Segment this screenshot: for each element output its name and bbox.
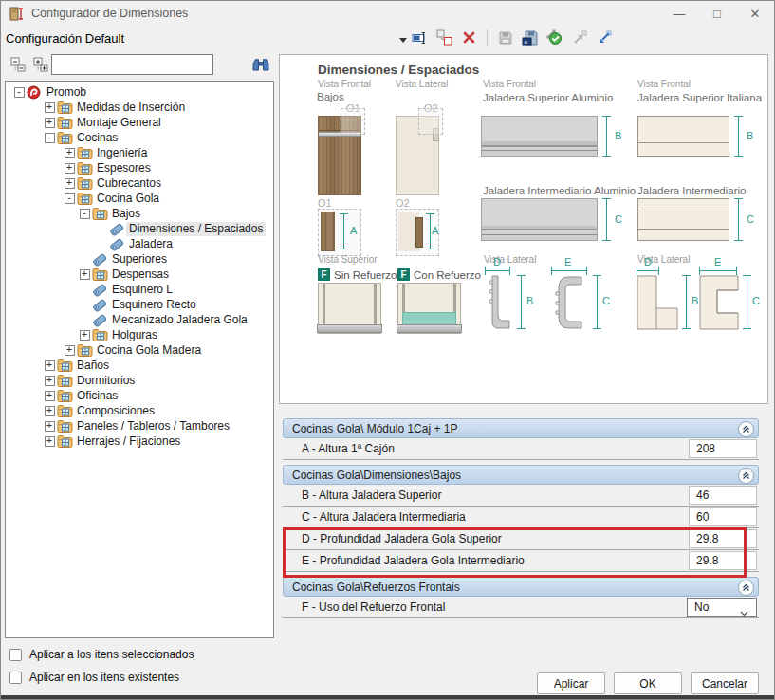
tree-item-ingenier-a[interactable]: +Ingeniería <box>6 145 273 160</box>
apply-existing-checkbox[interactable] <box>9 672 22 684</box>
expand-node-icon[interactable]: + <box>62 145 77 160</box>
tree-item-promob[interactable]: -Promob <box>6 84 273 100</box>
o2-detail-label: O2 <box>396 197 410 209</box>
collapse-section-icon[interactable] <box>738 421 754 437</box>
tree-item-bajos[interactable]: -Bajos <box>6 206 273 221</box>
tree-item-composiciones[interactable]: +Composiciones <box>6 403 273 418</box>
expand-node-icon[interactable]: + <box>42 100 57 115</box>
tree-item-superiores[interactable]: Superiores <box>6 251 273 267</box>
cancel-button[interactable]: Cancelar <box>691 672 759 694</box>
apply-selected-checkbox[interactable] <box>9 649 22 661</box>
ok-button[interactable]: OK <box>614 672 682 694</box>
table-section: Cocinas Gola\Refuerzos FrontaisF - Uso d… <box>283 577 759 618</box>
table-row: B - Altura Jaladera Superior46 <box>283 485 759 507</box>
tree-item-herrajes-fijaciones[interactable]: +Herrajes / Fijaciones <box>6 433 273 449</box>
jaladera-int-alu-image <box>481 198 598 241</box>
tree-item-ba-os[interactable]: +Baños <box>6 358 273 373</box>
expand-node-icon[interactable]: + <box>42 403 57 418</box>
tree-item-cocina-gola-madera[interactable]: +Cocina Gola Madera <box>6 342 273 358</box>
tree-item-dimensiones-espaciados[interactable]: Dimensiones / Espaciados <box>6 221 273 236</box>
parameter-value-field[interactable]: 60 <box>689 507 757 526</box>
parameter-value-field[interactable]: 46 <box>689 486 757 505</box>
f-badge: F <box>397 268 410 281</box>
expand-all-icon[interactable] <box>31 55 50 74</box>
tree-item-medidas-de-inserci-n[interactable]: +Medidas de Inserción <box>6 100 273 115</box>
tree-item-esquinero-recto[interactable]: Esquinero Recto <box>6 297 273 312</box>
expand-node-icon[interactable]: + <box>42 358 57 373</box>
refuerzo-frontal-select[interactable]: No <box>687 598 757 617</box>
expand-node-icon[interactable]: + <box>42 433 57 449</box>
expand-node-icon[interactable]: + <box>42 373 57 388</box>
tree-item-espesores[interactable]: +Espesores <box>6 160 273 175</box>
tree-indent <box>94 221 109 236</box>
collapse-node-icon[interactable]: - <box>11 84 27 100</box>
combo-dropdown-icon[interactable] <box>399 38 407 43</box>
ita-profile-e-image <box>699 275 739 334</box>
apply-button[interactable]: Aplicar <box>537 672 605 694</box>
expand-node-icon[interactable]: + <box>62 175 77 191</box>
expand-node-icon[interactable]: + <box>62 342 77 358</box>
collapse-all-icon[interactable] <box>9 55 28 74</box>
o1-detail-label: O1 <box>318 197 332 209</box>
tree-item-cocina-gola[interactable]: -Cocina Gola <box>6 191 273 206</box>
tree-item-label: Dimensiones / Espaciados <box>126 222 266 236</box>
sin-refuerzo-image <box>318 283 381 334</box>
close-button[interactable]: ✕ <box>736 1 774 27</box>
expand-node-icon[interactable]: + <box>42 115 57 130</box>
link-in-icon[interactable] <box>595 28 613 46</box>
expand-node-icon[interactable]: + <box>77 327 92 342</box>
expand-node-icon[interactable]: + <box>42 418 57 433</box>
expand-node-icon[interactable]: + <box>62 160 77 175</box>
collapse-node-icon[interactable]: - <box>62 191 77 206</box>
section-header: Cocinas Gola\ Módulo 1Caj + 1P <box>283 418 759 438</box>
app-icon <box>9 7 25 21</box>
delete-configuration-icon[interactable] <box>460 28 478 46</box>
folder-icon <box>77 192 94 206</box>
tree-item-esquinero-l[interactable]: Esquinero L <box>6 282 273 297</box>
view-label: Vista Frontal <box>483 79 536 89</box>
folder-icon <box>57 131 74 145</box>
folder-icon <box>77 161 94 175</box>
folder-icon <box>77 176 94 191</box>
maximize-button[interactable]: □ <box>698 1 736 27</box>
tree-item-oficinas[interactable]: +Oficinas <box>6 388 273 403</box>
binoculars-icon[interactable] <box>249 55 272 74</box>
collapse-node-icon[interactable]: - <box>42 130 57 145</box>
tree-item-despensas[interactable]: +Despensas <box>6 267 273 282</box>
window-bottom-edge <box>1 695 774 699</box>
tag-icon <box>109 222 126 236</box>
apply-check-gear-icon[interactable] <box>545 28 563 46</box>
table-row: E - Profundidad Jaladera Gola Intermedia… <box>283 550 759 572</box>
collapse-section-icon[interactable] <box>738 580 754 596</box>
tree-item-cubrecantos[interactable]: +Cubrecantos <box>6 175 273 191</box>
parameter-value-field[interactable]: 29.8 <box>689 529 757 548</box>
o2-detail-box: A <box>396 209 439 256</box>
folder-icon <box>77 146 94 160</box>
expand-node-icon[interactable]: + <box>77 267 92 282</box>
preview-panel: Dimensiones / Espaciados Vista Frontal B… <box>279 54 768 404</box>
save-database-icon[interactable]: a <box>521 28 539 46</box>
copy-configuration-icon[interactable] <box>435 28 453 46</box>
tree-item-dormitorios[interactable]: +Dormitorios <box>6 373 273 388</box>
configuration-tree: -Promob+Medidas de Inserción+Montaje Gen… <box>5 81 274 638</box>
folder-icon <box>92 267 109 282</box>
minimize-button[interactable]: — <box>660 1 698 27</box>
folder-icon <box>57 434 74 449</box>
tree-search-input[interactable] <box>51 54 213 75</box>
tree-item-cocinas[interactable]: -Cocinas <box>6 130 273 145</box>
tree-item-holguras[interactable]: +Holguras <box>6 327 273 342</box>
toolbar: Configuración Default a <box>1 27 774 51</box>
tree-item-montaje-general[interactable]: +Montaje General <box>6 115 273 130</box>
configuration-combo[interactable]: Configuración Default <box>6 31 124 46</box>
edit-configuration-icon[interactable] <box>411 28 429 46</box>
expand-node-icon[interactable]: + <box>42 388 57 403</box>
parameter-value-field[interactable]: 208 <box>689 439 757 458</box>
collapse-node-icon[interactable]: - <box>77 206 92 221</box>
jaladera-sup-ita-image <box>637 116 729 157</box>
tree-item-paneles-tableros-tambores[interactable]: +Paneles / Tableros / Tambores <box>6 418 273 433</box>
parameter-value-field[interactable]: 29.8 <box>689 551 757 570</box>
tree-item-mecanizado-jaladera-gola[interactable]: Mecanizado Jaladera Gola <box>6 312 273 327</box>
tree-item-jaladera[interactable]: Jaladera <box>6 236 273 251</box>
collapse-section-icon[interactable] <box>738 468 754 484</box>
table-row: D - Profundidad Jaladera Gola Superior29… <box>283 528 759 550</box>
